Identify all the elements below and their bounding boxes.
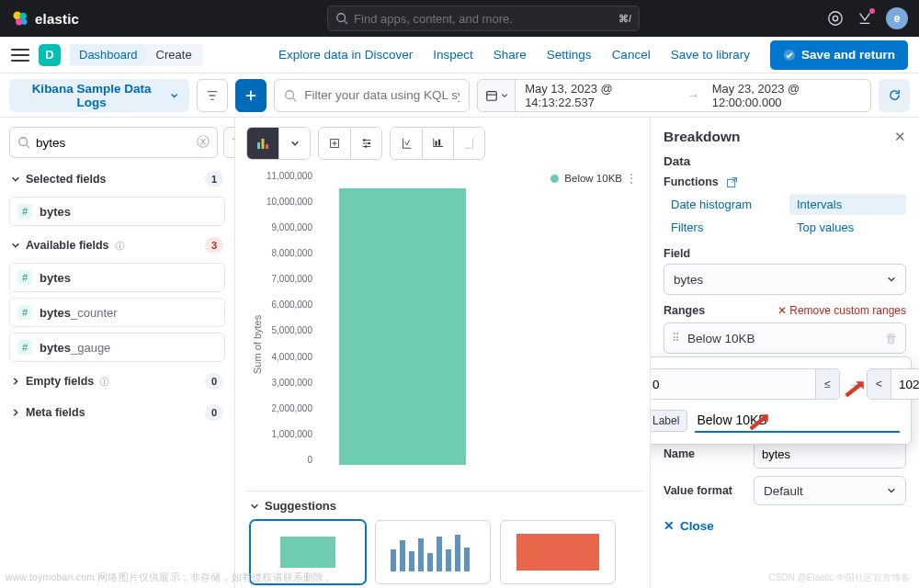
range-from[interactable]: ≤ [651,368,840,400]
field-name: bytes [40,205,71,219]
field-select[interactable]: bytes [664,264,906,295]
svg-point-19 [104,379,105,379]
ranges-label: Ranges [664,304,705,317]
popout-icon[interactable] [726,176,738,188]
field-search-input[interactable] [36,136,191,150]
breadcrumb-dashboard[interactable]: Dashboard [70,44,149,66]
save-return-button[interactable]: Save and return [770,40,908,70]
tab-top-values[interactable]: Top values [789,217,906,238]
chart: Sum of bytes Below 10KB ⋮ 11,000,00010,0… [246,165,644,491]
function-tabs: Date histogram Intervals Filters Top val… [664,194,906,238]
number-type-icon: # [17,204,32,219]
time-to[interactable]: May 23, 2023 @ 12:00:00.000 [703,80,871,111]
dataview-picker[interactable]: Kibana Sample Data Logs [9,79,189,112]
drag-handle-icon[interactable]: ⠿ [672,332,680,345]
tab-date-histogram[interactable]: Date histogram [664,194,780,215]
svg-point-6 [829,12,842,25]
help-icon[interactable] [827,10,844,27]
layer-settings-icon[interactable] [350,128,381,159]
close-icon[interactable]: ✕ [894,129,906,145]
trash-icon[interactable]: 🗑 [885,332,898,345]
add-filter-button[interactable] [235,79,267,112]
suggestions-header[interactable]: Suggestions [250,499,641,513]
range-from-input[interactable] [651,378,815,391]
chart-type-picker[interactable] [246,127,311,160]
chevron-right-icon [11,377,20,386]
time-picker[interactable]: May 13, 2023 @ 14:13:22.537 → May 23, 20… [477,79,871,112]
kql-input[interactable] [304,88,460,102]
layer-add-icon[interactable] [319,128,350,159]
notification-dot [869,8,875,14]
field-filter-button[interactable]: 0 [223,127,235,158]
range-item[interactable]: ⠿ Below 10KB 🗑 [664,322,906,354]
range-to-input[interactable] [891,378,919,391]
field-item[interactable]: # bytes [9,197,225,226]
svg-rect-38 [464,548,470,571]
svg-point-27 [364,145,367,148]
global-search[interactable]: ⌘/ [327,6,640,31]
suggestion-card[interactable] [500,520,616,584]
time-from[interactable]: May 13, 2023 @ 14:13:22.537 [516,80,684,111]
info-icon [115,241,125,251]
filter-toggle-button[interactable] [197,79,228,112]
plus-icon [244,89,257,102]
filter-icon [206,89,219,102]
svg-rect-37 [455,535,460,571]
meta-fields-header[interactable]: Meta fields 0 [9,401,225,424]
chevron-down-icon [250,502,259,511]
clear-icon[interactable]: ⓧ [197,134,210,151]
share-link[interactable]: Share [494,48,527,62]
axis-left-icon[interactable] [391,128,422,159]
nav-toggle-icon[interactable] [11,49,29,62]
user-avatar[interactable]: e [886,7,908,29]
kql-input-wrap[interactable] [274,79,470,112]
suggestion-card[interactable] [375,520,491,584]
name-label: Name [664,447,744,460]
brand[interactable]: elastic [11,9,79,28]
save-library-link[interactable]: Save to library [671,48,750,62]
svg-rect-23 [266,144,268,149]
field-item[interactable]: #bytes_gauge [9,333,225,362]
empty-fields-header[interactable]: Empty fields 0 [9,369,225,393]
svg-rect-34 [427,553,433,571]
range-to[interactable]: < [867,368,919,400]
inspect-link[interactable]: Inspect [433,48,473,62]
svg-rect-29 [438,140,440,146]
available-fields-header[interactable]: Available fields 3 [9,233,225,257]
field-item[interactable]: #bytes [9,263,225,292]
cancel-link[interactable]: Cancel [612,48,651,62]
explore-link[interactable]: Explore data in Discover [278,48,413,62]
space-badge[interactable]: D [39,44,61,66]
search-icon [284,89,297,102]
tab-intervals[interactable]: Intervals [789,194,906,215]
axis-bottom-icon[interactable] [422,128,453,159]
settings-link[interactable]: Settings [547,48,592,62]
global-search-input[interactable] [354,12,613,26]
svg-point-16 [119,243,119,243]
newsfeed-icon[interactable] [857,10,873,27]
remove-ranges-link[interactable]: ✕ Remove custom ranges [777,304,906,317]
number-type-icon: # [17,340,32,355]
refresh-button[interactable] [879,79,910,112]
chevron-down-icon [170,91,178,100]
field-search[interactable]: ⓧ [9,127,218,158]
header-actions: Explore data in Discover Inspect Share S… [278,40,908,70]
breadcrumb: Dashboard Create [70,44,203,66]
calendar-icon[interactable] [478,80,516,111]
selected-fields-header[interactable]: Selected fields 1 [9,167,225,191]
svg-rect-22 [262,139,265,149]
chart-type-dropdown[interactable] [278,128,310,159]
dataview-name: Kibana Sample Data Logs [20,82,163,109]
range-label-input[interactable] [695,409,900,433]
svg-point-25 [363,139,366,141]
close-panel-link[interactable]: ✕ Close [664,518,906,533]
tab-filters[interactable]: Filters [664,217,780,238]
thumb-area [516,534,599,571]
annotation-arrow-icon [749,413,773,431]
field-item[interactable]: #bytes_counter [9,298,225,327]
svg-rect-31 [400,540,405,571]
value-format-select[interactable]: Default [754,476,906,505]
bar-chart-icon[interactable] [247,128,278,159]
chevron-down-icon [887,486,896,495]
op-lt: < [868,369,891,399]
